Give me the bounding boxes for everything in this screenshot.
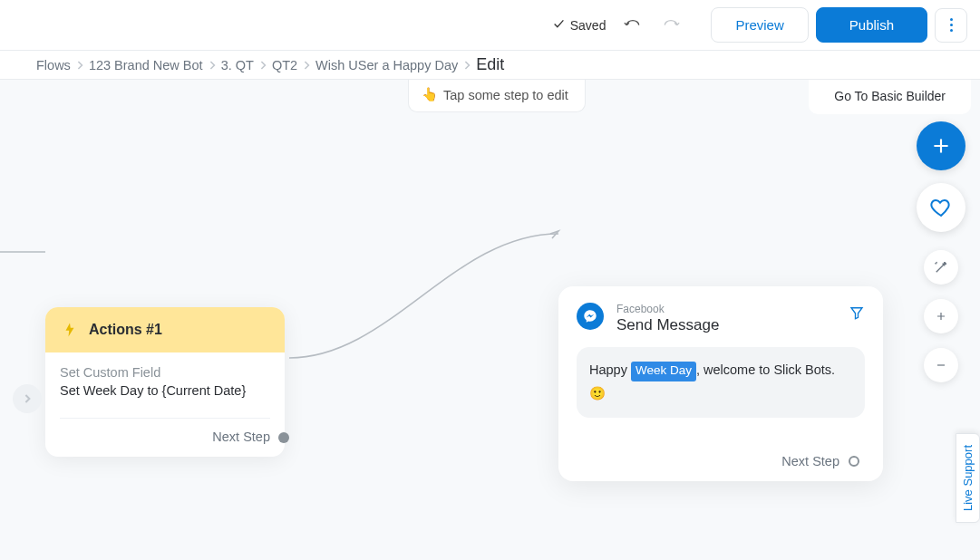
node-actions-footer: Next Step [45,419,285,457]
message-bubble: Happy Week Day, welcome to Slick Bots. 🙂 [577,347,865,418]
pointing-hand-icon: 👆 [422,87,438,102]
breadcrumb-link[interactable]: QT2 [272,58,297,72]
node-send-message[interactable]: Facebook Send Message Happy Week Day, we… [558,286,883,481]
edit-hint: 👆 Tap some step to edit [408,80,586,112]
more-menu-button[interactable] [935,8,967,43]
bolt-icon [60,320,80,340]
output-port[interactable] [278,432,289,443]
save-status-group: Saved [553,15,683,34]
chevron-right-icon [76,58,83,72]
breadcrumb-link[interactable]: 3. QT [221,58,254,72]
check-icon [553,18,565,33]
node-actions[interactable]: Actions #1 Set Custom Field Set Week Day… [45,307,285,457]
next-step-label: Next Step [781,454,839,468]
output-port[interactable] [849,456,859,467]
magic-button[interactable] [924,250,958,285]
breadcrumb: Flows 123 Brand New Bot 3. QT QT2 Wish U… [0,51,980,80]
messenger-icon [577,303,604,330]
message-text-prefix: Happy [589,362,631,377]
platform-label: Facebook [616,303,719,315]
send-titles: Facebook Send Message [616,303,719,334]
actions-subheading: Set Custom Field [60,365,270,380]
variable-chip: Week Day [631,362,696,381]
zoom-out-button[interactable] [924,348,958,382]
more-vertical-icon [950,18,953,32]
hint-text: Tap some step to edit [443,88,568,102]
chevron-right-icon [303,58,310,72]
action-title: Send Message [616,316,719,334]
top-bar: Saved Preview Publish [0,0,980,51]
zoom-in-button[interactable] [924,299,958,333]
smile-emoji: 🙂 [589,383,852,403]
chevron-right-icon [259,58,267,72]
breadcrumb-current: Edit [476,55,504,74]
next-step-label: Next Step [212,430,270,444]
go-to-basic-builder-button[interactable]: Go To Basic Builder [809,80,971,114]
canvas-controls [917,121,965,382]
node-actions-title: Actions #1 [89,322,162,338]
chevron-right-icon [463,58,471,72]
node-send-header: Facebook Send Message [577,303,865,334]
breadcrumb-link[interactable]: Flows [36,58,71,72]
saved-label: Saved [570,18,606,33]
actions-description: Set Week Day to {Current Date} [60,383,270,398]
saved-status: Saved [553,18,606,33]
breadcrumb-link[interactable]: Wish USer a Happy Day [315,58,458,72]
chevron-right-icon [209,58,216,72]
flow-canvas[interactable]: Actions #1 Set Custom Field Set Week Day… [0,80,980,560]
node-actions-body: Set Custom Field Set Week Day to {Curren… [45,352,285,401]
favorite-button[interactable] [917,183,965,232]
node-send-footer: Next Step [577,454,865,468]
message-text-suffix: , welcome to Slick Bots. [696,362,835,377]
add-node-button[interactable] [917,121,965,170]
redo-button[interactable] [660,15,682,34]
expand-left-handle[interactable] [13,384,42,413]
breadcrumb-link[interactable]: 123 Brand New Bot [89,58,203,72]
node-actions-header: Actions #1 [45,307,285,352]
live-support-tab[interactable]: Live Support [956,433,980,523]
publish-button[interactable]: Publish [816,7,927,43]
preview-button[interactable]: Preview [711,7,808,43]
filter-icon[interactable] [849,304,865,321]
undo-button[interactable] [622,15,644,34]
